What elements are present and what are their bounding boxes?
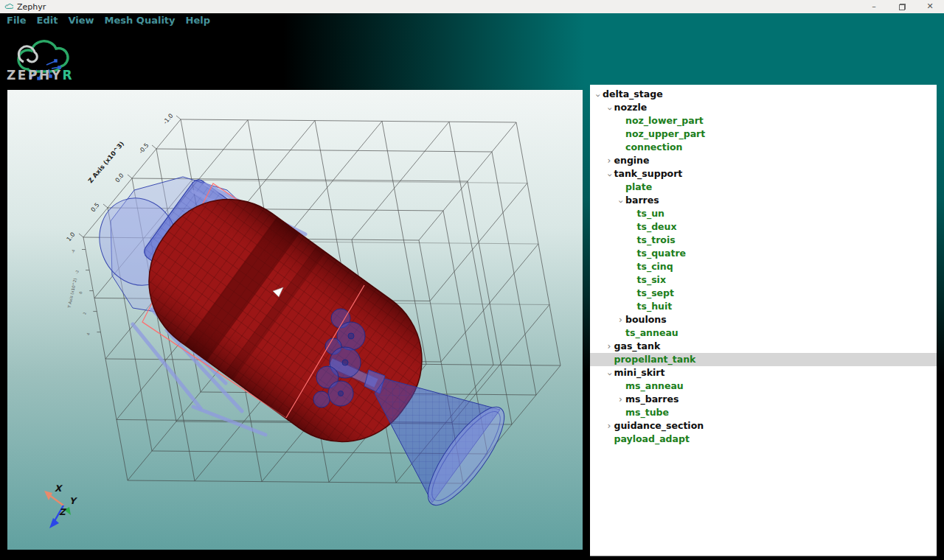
chevron-down-icon[interactable]: ›: [603, 369, 616, 379]
tree-item-tank_support[interactable]: ›tank_support: [590, 167, 937, 181]
logo-text-accent: R: [62, 68, 74, 83]
tree-item-label: ts_trois: [637, 234, 676, 245]
tree-item-boulons[interactable]: ›boulons: [590, 313, 937, 326]
tree-item-label: gas_tank: [614, 340, 661, 351]
tree-item-noz_lower_part[interactable]: noz_lower_part: [590, 114, 937, 127]
tree-item-delta_stage[interactable]: ›delta_stage: [590, 88, 937, 101]
restore-button[interactable]: [888, 0, 916, 13]
model-tree-panel: ›delta_stage›nozzlenoz_lower_partnoz_upp…: [590, 85, 937, 556]
3d-viewport[interactable]: -1.0-0.50.00.51.0Z Axis (x10^3)-4-2024Y …: [7, 90, 583, 550]
tree-item-label: ts_anneau: [625, 327, 678, 338]
tree-item-label: payload_adapt: [614, 433, 690, 444]
restore-icon: [899, 4, 906, 10]
logo-text-main: ZEPHY: [7, 68, 62, 83]
tree-item-label: ms_tube: [625, 407, 669, 418]
menu-item-mesh-quality[interactable]: Mesh Quality: [100, 15, 181, 26]
tree-item-label: connection: [625, 141, 682, 153]
tree-item-label: ts_six: [637, 274, 666, 285]
tree-item-barres[interactable]: ›barres: [590, 194, 937, 207]
chevron-right-icon[interactable]: ›: [616, 393, 625, 406]
tree-item-connection[interactable]: connection: [590, 141, 937, 154]
tree-item-ms_anneau[interactable]: ms_anneau: [590, 379, 937, 393]
3d-viewport-canvas[interactable]: -1.0-0.50.00.51.0Z Axis (x10^3)-4-2024Y …: [7, 90, 583, 550]
menu-item-help[interactable]: Help: [181, 15, 215, 26]
tree-item-label: ts_deux: [637, 221, 677, 232]
tree-item-ts_sept[interactable]: ts_sept: [590, 287, 937, 300]
tree-item-label: tank_support: [614, 168, 683, 179]
tree-item-label: mini_skirt: [614, 367, 665, 378]
tree-item-ts_trois[interactable]: ts_trois: [590, 234, 937, 247]
tree-item-label: engine: [614, 155, 650, 166]
tree-item-plate[interactable]: plate: [590, 181, 937, 194]
title-bar: Zephyr – ✕: [0, 0, 944, 13]
tree-item-label: barres: [625, 195, 659, 206]
chevron-down-icon[interactable]: ›: [591, 91, 605, 100]
chevron-right-icon[interactable]: ›: [616, 313, 625, 326]
tree-item-mini_skirt[interactable]: ›mini_skirt: [590, 366, 937, 379]
tree-item-ts_huit[interactable]: ts_huit: [590, 300, 937, 313]
tree-item-guidance_section[interactable]: ›guidance_section: [590, 419, 937, 433]
tree-item-label: delta_stage: [603, 88, 663, 99]
tree-item-label: ms_anneau: [625, 380, 684, 391]
tree-item-label: nozzle: [614, 102, 648, 113]
tree-item-label: ms_barres: [625, 393, 678, 405]
tree-item-label: noz_upper_part: [625, 128, 705, 139]
tree-item-label: guidance_section: [614, 420, 704, 431]
close-button[interactable]: ✕: [916, 0, 944, 13]
tree-item-label: ts_cinq: [637, 261, 673, 272]
tree-item-ms_tube[interactable]: ms_tube: [590, 406, 937, 419]
tree-item-label: propellant_tank: [614, 354, 696, 365]
tree-item-ts_deux[interactable]: ts_deux: [590, 220, 937, 234]
logo-wordmark: ZEPHYR: [7, 68, 74, 83]
tree-item-noz_upper_part[interactable]: noz_upper_part: [590, 127, 937, 141]
chevron-right-icon[interactable]: ›: [605, 154, 614, 167]
model-tree: ›delta_stage›nozzlenoz_lower_partnoz_upp…: [590, 88, 937, 446]
tree-item-ts_anneau[interactable]: ts_anneau: [590, 326, 937, 340]
tree-item-engine[interactable]: ›engine: [590, 154, 937, 167]
tree-item-ms_barres[interactable]: ›ms_barres: [590, 393, 937, 406]
chevron-down-icon[interactable]: ›: [603, 104, 616, 113]
menu-item-edit[interactable]: Edit: [32, 15, 63, 26]
tree-item-ts_cinq[interactable]: ts_cinq: [590, 260, 937, 273]
tree-item-payload_adapt[interactable]: payload_adapt: [590, 433, 937, 446]
tree-item-label: ts_quatre: [637, 248, 687, 259]
tree-item-propellant_tank[interactable]: propellant_tank: [590, 353, 937, 366]
menu-item-file[interactable]: File: [1, 15, 32, 26]
menu-item-view[interactable]: View: [63, 15, 99, 26]
chevron-right-icon[interactable]: ›: [605, 340, 614, 353]
chevron-down-icon[interactable]: ›: [603, 170, 616, 180]
tree-item-ts_six[interactable]: ts_six: [590, 273, 937, 287]
tree-item-nozzle[interactable]: ›nozzle: [590, 101, 937, 114]
tree-item-ts_quatre[interactable]: ts_quatre: [590, 247, 937, 260]
tree-item-label: noz_lower_part: [625, 115, 704, 126]
menu-bar: FileEditViewMesh QualityHelp: [0, 13, 215, 27]
tree-item-label: boulons: [625, 314, 667, 325]
tree-item-ts_un[interactable]: ts_un: [590, 207, 937, 220]
tree-item-gas_tank[interactable]: ›gas_tank: [590, 340, 937, 353]
app-icon: [4, 2, 13, 11]
tree-item-label: plate: [625, 181, 652, 192]
chevron-right-icon[interactable]: ›: [605, 419, 614, 433]
tree-item-label: ts_sept: [637, 287, 675, 298]
tree-item-label: ts_un: [637, 208, 664, 219]
window-title: Zephyr: [17, 2, 46, 12]
minimize-button[interactable]: –: [860, 0, 888, 13]
tree-item-label: ts_huit: [637, 301, 673, 312]
chevron-down-icon[interactable]: ›: [614, 197, 628, 206]
